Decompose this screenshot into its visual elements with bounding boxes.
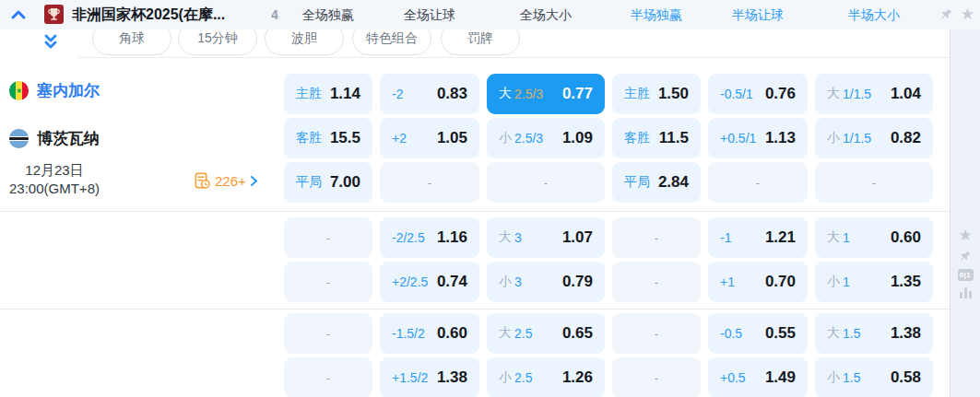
odds-cell[interactable]: 大1.51.38: [815, 313, 933, 354]
odds-cell[interactable]: +0.5/11.13: [708, 118, 808, 158]
odds-cell[interactable]: 主胜1.14: [284, 74, 372, 114]
odds-cell[interactable]: 小30.79: [487, 262, 605, 302]
market-pills-strip: 角球 15分钟 波胆 特色组合 罚牌: [0, 29, 950, 58]
odds-cell[interactable]: -2/2.51.16: [380, 217, 479, 258]
ou-prefix: 小: [827, 130, 840, 146]
pill-15min[interactable]: 15分钟: [178, 29, 257, 55]
home-team-name[interactable]: 塞内加尔: [37, 80, 100, 101]
bet-odds: 1.07: [562, 228, 593, 247]
odds-cell[interactable]: 大2.50.65: [487, 313, 605, 354]
match-count: 4: [271, 7, 278, 22]
odds-cell[interactable]: 小1/1.50.82: [815, 118, 933, 158]
bet-label: +0.5: [720, 370, 746, 385]
bet-label: +2: [392, 131, 407, 146]
double-chevron-down-icon: [42, 33, 59, 52]
ou-prefix: 大: [499, 229, 512, 246]
zero-one-stat-icon[interactable]: 0|1: [958, 269, 974, 281]
odds-cell[interactable]: 客胜11.5: [612, 118, 701, 158]
bet-label: -0.5: [720, 326, 742, 341]
pin-icon[interactable]: [959, 250, 972, 263]
market-tab-fulltime-1x2[interactable]: 全场独赢: [284, 0, 372, 29]
more-markets-link[interactable]: 226+: [194, 172, 258, 190]
odds-cell[interactable]: 小11.35: [815, 262, 933, 302]
bet-odds: 1.38: [891, 324, 921, 343]
bet-odds: 1.50: [658, 85, 689, 103]
bet-odds: 1.04: [891, 85, 921, 103]
market-tab-halftime-1x2[interactable]: 半场独赢: [612, 0, 701, 29]
odds-cell[interactable]: -0.50.55: [708, 313, 808, 354]
pill-cards[interactable]: 罚牌: [441, 29, 520, 55]
home-team-flag-senegal: ★: [9, 81, 29, 100]
odds-list-icon: [194, 172, 211, 190]
expand-all-button[interactable]: [42, 33, 59, 52]
pin-icon[interactable]: [939, 7, 953, 21]
bet-odds: 11.5: [659, 129, 689, 147]
market-tab-halftime-overunder[interactable]: 半场大小: [815, 0, 933, 29]
betting-match-panel: 非洲国家杯2025(在摩... 4 全场独赢 全场让球 全场大小 半场独赢 半场…: [0, 0, 980, 397]
odds-cell-empty: -: [708, 162, 808, 203]
bet-odds: 0.70: [765, 273, 796, 291]
market-group-divider: [0, 211, 950, 212]
ou-prefix: 小: [827, 274, 840, 290]
chevron-right-icon: [250, 175, 258, 187]
odds-cell[interactable]: 大2.5/30.77: [487, 74, 605, 114]
odds-cell[interactable]: -11.21: [708, 217, 808, 258]
odds-cell-empty: -: [284, 357, 372, 397]
bet-odds: 0.76: [765, 85, 796, 103]
odds-cell[interactable]: +21.05: [380, 118, 479, 158]
pill-corners[interactable]: 角球: [92, 29, 171, 55]
bet-label: 3: [514, 230, 522, 245]
market-tab-fulltime-overunder[interactable]: 全场大小: [487, 0, 605, 29]
bet-label: 客胜: [296, 130, 322, 146]
bet-label: +1: [720, 274, 735, 289]
pill-special-combo[interactable]: 特色组合: [352, 29, 431, 55]
market-tab-fulltime-handicap[interactable]: 全场让球: [380, 0, 479, 29]
match-tools: ★ 0|1: [950, 228, 980, 298]
odds-cell[interactable]: -1.5/20.60: [380, 313, 479, 354]
bar-chart-icon[interactable]: [960, 287, 972, 298]
odds-cell[interactable]: +2/2.50.74: [380, 262, 479, 302]
odds-cell[interactable]: 平局7.00: [284, 162, 372, 203]
odds-cell-empty: -: [487, 162, 605, 203]
bet-odds: 1.13: [765, 129, 796, 147]
odds-cell[interactable]: 小1.50.58: [815, 357, 933, 397]
odds-cell[interactable]: +10.70: [708, 262, 808, 302]
odds-cell-empty: -: [612, 262, 701, 302]
bet-label: 1: [843, 274, 850, 289]
pill-correct-score[interactable]: 波胆: [265, 29, 344, 55]
odds-cell[interactable]: 小2.51.26: [487, 357, 605, 397]
bet-label: +0.5/1: [720, 131, 756, 146]
bet-odds: 0.82: [891, 129, 921, 147]
market-tab-halftime-handicap[interactable]: 半场让球: [708, 0, 808, 29]
bet-label: 1: [843, 230, 850, 245]
bet-label: -2/2.5: [392, 230, 425, 245]
odds-cell[interactable]: 平局2.84: [612, 162, 701, 203]
odds-cell[interactable]: 客胜15.5: [284, 118, 372, 158]
favorite-star-icon[interactable]: ★: [958, 228, 972, 243]
bet-label: 主胜: [296, 86, 322, 102]
odds-cell[interactable]: +0.51.49: [708, 357, 808, 397]
bet-label: -1: [720, 230, 731, 245]
odds-cell[interactable]: 大31.07: [487, 217, 605, 258]
league-header: 非洲国家杯2025(在摩... 4 全场独赢 全场让球 全场大小 半场独赢 半场…: [0, 0, 980, 29]
ou-prefix: 小: [499, 369, 512, 386]
bet-odds: 0.74: [437, 273, 467, 291]
odds-cell[interactable]: -0.5/10.76: [708, 74, 808, 114]
odds-cell[interactable]: 主胜1.50: [612, 74, 701, 114]
odds-cell[interactable]: 小2.5/31.09: [487, 118, 605, 158]
odds-cell[interactable]: -20.83: [380, 74, 479, 114]
odds-cell-empty: -: [284, 313, 372, 354]
collapse-league-button[interactable]: [9, 7, 28, 22]
header-actions: ★: [939, 6, 974, 22]
league-title: 非洲国家杯2025(在摩...: [72, 6, 225, 25]
odds-cell[interactable]: 大1/1.51.04: [815, 74, 933, 114]
bet-label: 1.5: [843, 326, 860, 341]
bet-odds: 0.77: [562, 85, 593, 103]
bet-label: 1.5: [843, 370, 860, 385]
odds-cell[interactable]: +1.5/21.38: [380, 357, 479, 397]
away-team-name: 博茨瓦纳: [37, 128, 100, 149]
favorite-star-icon[interactable]: ★: [961, 6, 974, 22]
odds-cell[interactable]: 大10.60: [815, 217, 933, 258]
bet-label: +1.5/2: [392, 370, 428, 385]
bet-label: +2/2.5: [392, 274, 428, 289]
